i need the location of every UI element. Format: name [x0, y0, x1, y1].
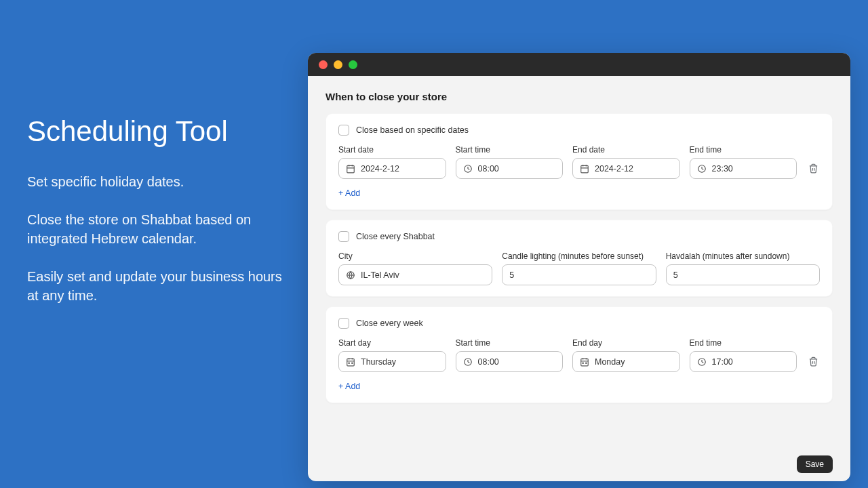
specific-dates-row: Start date 2024-2-12 Start time 08:00 En… — [338, 145, 820, 179]
calendar-icon — [580, 164, 589, 174]
promo-panel: Scheduling Tool Set specific holiday dat… — [27, 115, 285, 324]
havdalah-input[interactable]: 5 — [666, 264, 820, 285]
svg-point-20 — [349, 363, 349, 363]
start-time-input[interactable]: 08:00 — [456, 158, 564, 179]
candle-lighting-label: Candle lighting (minutes before sunset) — [502, 251, 656, 261]
clock-icon — [697, 164, 707, 174]
weekly-card: Close every week Start day Thursday Star… — [326, 306, 833, 403]
shabbat-card: Close every Shabbat City IL-Tel Aviv Can… — [326, 220, 833, 297]
havdalah-value: 5 — [673, 270, 678, 280]
svg-line-6 — [468, 169, 469, 169]
city-field: City IL-Tel Aviv — [338, 251, 492, 285]
svg-line-24 — [468, 362, 469, 363]
end-date-label: End date — [572, 145, 680, 155]
weekly-end-time-value: 17:00 — [712, 357, 733, 367]
svg-point-29 — [583, 363, 583, 363]
svg-line-13 — [702, 169, 703, 169]
calendar-icon — [346, 164, 355, 174]
candle-lighting-input[interactable]: 5 — [502, 264, 656, 285]
shabbat-row: City IL-Tel Aviv Candle lighting (minute… — [338, 251, 820, 285]
havdalah-label: Havdalah (minutes after sundown) — [666, 251, 820, 261]
minimize-window-button[interactable] — [334, 60, 342, 69]
maximize-window-button[interactable] — [349, 60, 357, 69]
start-day-value: Thursday — [361, 357, 396, 367]
weekly-end-time-input[interactable]: 17:00 — [690, 351, 797, 372]
weekly-start-time-value: 08:00 — [478, 357, 499, 367]
svg-rect-25 — [581, 359, 589, 366]
weekly-end-time-label: End time — [690, 338, 797, 348]
svg-point-30 — [586, 363, 587, 363]
svg-line-33 — [702, 362, 703, 363]
specific-dates-checkbox[interactable] — [338, 125, 349, 136]
svg-point-21 — [352, 363, 353, 363]
end-day-input[interactable]: Monday — [572, 351, 680, 372]
start-time-value: 08:00 — [478, 164, 499, 174]
start-date-input[interactable]: 2024-2-12 — [338, 158, 446, 179]
svg-rect-0 — [347, 165, 355, 173]
promo-line-3: Easily set and update your business hour… — [27, 267, 285, 305]
end-date-value: 2024-2-12 — [595, 164, 633, 174]
end-day-label: End day — [572, 338, 680, 348]
shabbat-heading: Close every Shabbat — [356, 232, 435, 241]
delete-weekly-row-button[interactable] — [806, 351, 820, 372]
start-time-field: Start time 08:00 — [456, 145, 564, 179]
svg-rect-16 — [347, 359, 355, 366]
end-time-label: End time — [690, 145, 797, 155]
calendar-range-icon — [346, 357, 355, 367]
window-titlebar — [308, 53, 850, 76]
start-date-value: 2024-2-12 — [361, 164, 399, 174]
weekly-end-time-field: End time 17:00 — [690, 338, 797, 372]
candle-lighting-value: 5 — [509, 270, 514, 280]
app-window: When to close your store Close based on … — [308, 53, 850, 481]
candle-lighting-field: Candle lighting (minutes before sunset) … — [502, 251, 656, 285]
start-time-label: Start time — [456, 145, 564, 155]
start-date-label: Start date — [338, 145, 446, 155]
end-date-field: End date 2024-2-12 — [572, 145, 680, 179]
shabbat-checkbox[interactable] — [338, 231, 349, 242]
clock-icon — [463, 164, 473, 174]
calendar-range-icon — [580, 357, 589, 367]
weekly-start-time-input[interactable]: 08:00 — [456, 351, 564, 372]
start-day-field: Start day Thursday — [338, 338, 446, 372]
end-day-value: Monday — [595, 357, 625, 367]
app-body: When to close your store Close based on … — [308, 76, 850, 481]
weekly-heading: Close every week — [356, 319, 423, 328]
add-date-range-button[interactable]: + Add — [338, 188, 360, 198]
promo-line-1: Set specific holiday dates. — [27, 172, 285, 191]
end-time-value: 23:30 — [712, 164, 733, 174]
end-date-input[interactable]: 2024-2-12 — [572, 158, 680, 179]
svg-rect-7 — [581, 165, 589, 173]
start-day-label: Start day — [338, 338, 446, 348]
promo-line-2: Close the store on Shabbat based on inte… — [27, 210, 285, 248]
start-day-input[interactable]: Thursday — [338, 351, 446, 372]
weekly-row: Start day Thursday Start time 08:00 End … — [338, 338, 820, 372]
save-button[interactable]: Save — [797, 455, 833, 473]
city-input[interactable]: IL-Tel Aviv — [338, 264, 492, 285]
havdalah-field: Havdalah (minutes after sundown) 5 — [666, 251, 820, 285]
add-weekly-button[interactable]: + Add — [338, 382, 360, 391]
trash-icon — [808, 357, 818, 367]
page-title: When to close your store — [326, 91, 833, 102]
start-date-field: Start date 2024-2-12 — [338, 145, 446, 179]
close-window-button[interactable] — [319, 60, 328, 69]
specific-dates-card: Close based on specific dates Start date… — [326, 113, 833, 210]
delete-row-button[interactable] — [806, 158, 820, 179]
weekly-start-time-field: Start time 08:00 — [456, 338, 564, 372]
end-time-input[interactable]: 23:30 — [690, 158, 797, 179]
city-label: City — [338, 251, 492, 261]
city-value: IL-Tel Aviv — [361, 270, 399, 280]
weekly-start-time-label: Start time — [456, 338, 564, 348]
end-day-field: End day Monday — [572, 338, 680, 372]
promo-title: Scheduling Tool — [27, 115, 285, 148]
weekly-checkbox[interactable] — [338, 318, 349, 329]
specific-dates-heading: Close based on specific dates — [356, 125, 469, 135]
end-time-field: End time 23:30 — [690, 145, 797, 179]
clock-icon — [697, 357, 707, 367]
trash-icon — [808, 163, 818, 174]
globe-icon — [346, 270, 355, 280]
clock-icon — [463, 357, 473, 367]
